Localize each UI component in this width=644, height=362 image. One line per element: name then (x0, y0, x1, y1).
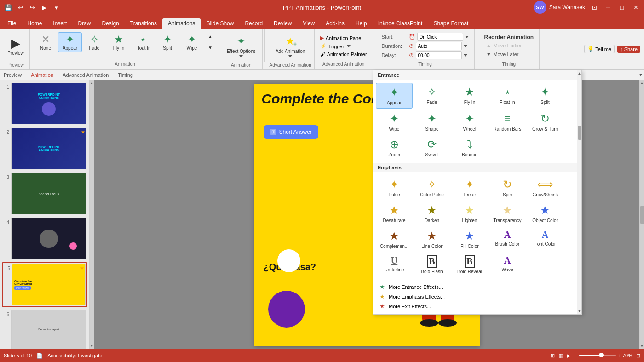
zoom-in-icon[interactable]: + (618, 353, 621, 358)
more-entrance-button[interactable]: ★ More Entrance Effects... (377, 282, 578, 292)
ribbon-display-icon[interactable]: ⊡ (590, 3, 599, 12)
maximize-icon[interactable]: □ (617, 3, 627, 12)
anim-drop-boldflash[interactable]: B Bold Flash (414, 253, 450, 277)
anim-wipe[interactable]: ✦ Wipe (180, 33, 204, 52)
close-icon[interactable]: ✕ (631, 3, 640, 12)
anim-drop-darken[interactable]: ★ Darken (414, 201, 450, 226)
tab-addins[interactable]: Add-ins (320, 18, 350, 29)
start-input[interactable] (417, 33, 463, 41)
animation-painter-button[interactable]: 🖌 Animation Painter (318, 51, 369, 58)
tab-transitions[interactable]: Transitions (125, 18, 162, 29)
animation-pane-button[interactable]: ▶ Animation Pane (318, 34, 363, 42)
view-outline-icon[interactable]: ▦ (558, 353, 563, 359)
anim-appear[interactable]: ✦ Appear (58, 32, 82, 52)
tell-me-button[interactable]: 💡 Tell me (584, 45, 615, 53)
slide-thumb-5[interactable]: 5 ★ Complete theConversation Short Answe… (2, 262, 87, 307)
anim-drop-boldreveal[interactable]: B Bold Reveal (451, 253, 488, 277)
anim-drop-underline[interactable]: U Underline (376, 253, 413, 277)
anim-drop-wheel[interactable]: ✦ Wheel (451, 109, 488, 134)
dropdown-scrollbar[interactable]: ▲ ▼ (577, 70, 581, 314)
anim-drop-linecolor[interactable]: ★ Line Color (414, 227, 450, 252)
view-normal-icon[interactable]: ⊞ (551, 353, 555, 359)
tab-home[interactable]: Home (22, 18, 47, 29)
anim-drop-randombars[interactable]: ≡ Random Bars (489, 109, 526, 134)
move-later-button[interactable]: ▼ Move Later (484, 51, 521, 58)
tab-insert[interactable]: Insert (47, 18, 72, 29)
anim-drop-colorpulse[interactable]: ✧ Color Pulse (414, 175, 450, 200)
anim-drop-teeter[interactable]: ✦ Teeter (451, 175, 488, 200)
anim-drop-transparency[interactable]: ★ Transparency (489, 201, 526, 226)
tab-file[interactable]: File (2, 18, 22, 29)
tab-help[interactable]: Help (350, 18, 373, 29)
view-slideshow-icon[interactable]: ▶ (567, 353, 570, 359)
anim-drop-swivel[interactable]: ⟳ Swivel (414, 135, 450, 160)
slide-thumb-4[interactable]: 4 (2, 217, 87, 260)
more-emphasis-button[interactable]: ★ More Emphasis Effects... (377, 292, 578, 301)
trigger-button[interactable]: ⚡ Trigger (318, 42, 352, 50)
duration-input[interactable] (416, 42, 462, 50)
tab-animations[interactable]: Animations (162, 18, 201, 29)
slide-thumb-1[interactable]: 1 POWERPOINTANIMATIONS (2, 82, 87, 125)
anim-drop-lighten[interactable]: ★ Lighten (451, 201, 488, 226)
fit-screen-icon[interactable]: ⊡ (636, 353, 640, 359)
tab-shapeformat[interactable]: Shape Format (428, 18, 474, 29)
anim-drop-complementary[interactable]: ★ Complemen... (376, 227, 413, 252)
anim-drop-split[interactable]: ✦ Split (527, 83, 564, 109)
redo-icon[interactable]: ↪ (28, 3, 37, 12)
anim-drop-shape[interactable]: ✦ Shape (414, 109, 450, 134)
anim-drop-bounce[interactable]: ⤵ Bounce (451, 135, 488, 160)
qat-dropdown-icon[interactable]: ▾ (52, 3, 61, 12)
effect-options-button[interactable]: ✦ Effect Options (223, 30, 259, 63)
slide-thumb-2[interactable]: 2 ★ POWERPOINTANIMATIONS (2, 127, 87, 170)
delay-input[interactable] (416, 51, 462, 59)
zoom-out-icon[interactable]: − (574, 353, 577, 358)
anim-drop-brushcolor[interactable]: A Brush Color (489, 227, 526, 252)
anim-split[interactable]: ✦ Split (155, 33, 179, 52)
anim-drop-floatin[interactable]: ⋆ Float In (489, 83, 526, 109)
anim-drop-fontcolor[interactable]: A Font Color (527, 227, 564, 252)
animation-dropdown-scroll[interactable]: Entrance ✦ Appear ✧ Fade ★ Fly In ⋆ Floa… (373, 70, 581, 314)
tab-design[interactable]: Design (96, 18, 124, 29)
minimize-icon[interactable]: ─ (604, 3, 613, 12)
anim-scroll-up[interactable]: ▲ (205, 31, 215, 41)
collapse-ribbon-button[interactable]: ▼ (638, 72, 644, 78)
anim-drop-wave[interactable]: A Wave (489, 253, 526, 277)
tab-record[interactable]: Record (239, 18, 268, 29)
anim-drop-objectcolor[interactable]: ★ Object Color (527, 201, 564, 226)
anim-drop-fade[interactable]: ✧ Fade (414, 83, 450, 109)
zoom-slider-thumb[interactable] (599, 353, 604, 357)
add-animation-button[interactable]: ★ + Add Animation (271, 30, 310, 63)
anim-drop-pulse[interactable]: ✦ Pulse (376, 175, 413, 200)
tab-review[interactable]: Review (268, 18, 297, 29)
anim-fade[interactable]: ✧ Fade (82, 33, 106, 52)
slide-thumb-3[interactable]: 3 Shorter Focus (2, 172, 87, 215)
anim-drop-zoom[interactable]: ⊕ Zoom (376, 135, 413, 160)
slide-thumb-6[interactable]: 6 Determine layout... (2, 309, 87, 349)
tab-slideshow[interactable]: Slide Show (201, 18, 239, 29)
short-answer-button[interactable]: ⊞ Short Answer (264, 125, 318, 139)
anim-drop-desaturate[interactable]: ★ Desaturate (376, 201, 413, 226)
tab-inknoe[interactable]: Inknoe ClassPoint (373, 18, 428, 29)
anim-drop-spin[interactable]: ↻ Spin (489, 175, 526, 200)
left-scrollbar[interactable]: ▲ ▼ (90, 80, 94, 349)
anim-drop-growturn[interactable]: ↻ Grow & Turn (527, 109, 564, 134)
anim-drop-flyin[interactable]: ★ Fly In (451, 83, 488, 109)
undo-icon[interactable]: ↩ (16, 3, 25, 12)
move-earlier-button[interactable]: ▲ Move Earlier (484, 42, 524, 49)
anim-drop-growshrink[interactable]: ⟺ Grow/Shrink (527, 175, 564, 200)
present-icon[interactable]: ▶ (40, 3, 49, 12)
anim-drop-wipe[interactable]: ✦ Wipe (376, 109, 413, 134)
anim-scroll-down[interactable]: ▼ (205, 42, 215, 52)
tab-view[interactable]: View (297, 18, 320, 29)
more-motion-button[interactable]: ☆ More Motion Paths... (377, 311, 578, 314)
anim-drop-fillcolor[interactable]: ★ Fill Color (451, 227, 488, 252)
anim-flyin[interactable]: ★ Fly In (107, 33, 131, 52)
anim-drop-appear[interactable]: ✦ Appear (376, 83, 413, 109)
preview-button[interactable]: ▶ Preview (5, 30, 27, 63)
more-exit-button[interactable]: ★ More Exit Effects... (377, 301, 578, 311)
save-icon[interactable]: 💾 (4, 3, 13, 12)
anim-floatin[interactable]: ⋆ Float In (131, 33, 155, 52)
share-button[interactable]: ↑ Share (617, 46, 640, 53)
zoom-slider[interactable] (579, 355, 616, 356)
tab-draw[interactable]: Draw (72, 18, 96, 29)
